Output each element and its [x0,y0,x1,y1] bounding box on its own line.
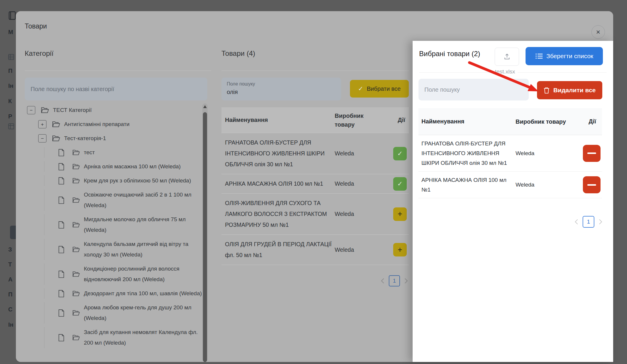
folder-open-icon [73,178,80,184]
table-row: ГРАНАТОВА ОЛІЯ-БУСТЕР ДЛЯ ІНТЕНСИВНОГО Ж… [418,135,602,172]
folder-open-icon [41,107,49,113]
column-actions: Дії [382,117,409,123]
sidebar-item-a: А [8,276,12,283]
tree-item[interactable]: Арома любов крем-гель для душу 200 мл (W… [44,302,203,323]
folder-open-icon [73,222,80,228]
product-name: ОЛІЯ-ЖИВЛЕННЯ ДЛЯ СУХОГО ТА ЛАМКОГО ВОЛО… [221,194,335,234]
product-name: АРНІКА МАСАЖНА ОЛІЯ 100 мл №1 [418,172,516,198]
product-name: ГРАНАТОВА ОЛІЯ-БУСТЕР ДЛЯ ІНТЕНСИВНОГО Ж… [418,135,516,171]
collapse-icon[interactable]: − [27,106,35,114]
tree-item-label: Дезодорант для тіла 100 мл, шавлія (Wele… [84,288,202,299]
select-all-button[interactable]: ✓ Вибрати все [350,80,409,98]
tree-item[interactable]: − ТЕСТ Категорії [25,105,203,115]
document-icon [58,197,64,204]
column-name: Найменування [418,113,516,130]
column-manufacturer: Виробник товару [516,117,576,126]
tree-item[interactable]: Кондиціонер рослинний для волосся віднов… [44,264,203,285]
table-row: АРНІКА МАСАЖНА ОЛІЯ 100 мл №1 Weleda ✓ [221,174,409,193]
tree-item[interactable]: тест [44,147,203,158]
column-actions: Дії [576,118,602,125]
categories-heading: Категорії [25,49,54,58]
save-list-button[interactable]: Зберегти список [526,47,603,65]
prev-page-icon[interactable] [381,278,385,284]
tree-item[interactable]: Арніка олія масажна 100 мл (Weleda) [44,161,203,172]
document-icon [58,149,64,156]
tree-item[interactable]: Дезодорант для тіла 100 мл, шавлія (Wele… [44,288,203,299]
sidebar-item-p2: П [8,291,12,298]
folder-open-icon [52,121,60,128]
product-manufacturer: Weleda [335,211,382,217]
select-all-label: Вибрати все [367,85,401,92]
tree-item[interactable]: + Антигістамінні препарати [25,119,203,130]
category-search-input[interactable] [25,78,207,100]
folder-open-icon [73,150,80,155]
divider [221,71,409,71]
next-page-icon[interactable] [404,278,408,284]
export-button[interactable] [495,48,519,66]
add-product-button[interactable]: + [393,207,407,221]
tree-item[interactable]: Календула бальзам дитячий від вітру та х… [44,239,203,260]
page-number[interactable]: 1 [389,275,400,286]
page-number[interactable]: 1 [583,216,594,228]
tree-item-label: Антигістамінні препарати [64,119,129,130]
tree-item[interactable]: Засіб для купання немовлят Календула фл.… [44,327,203,348]
sidebar-item-in2: Ін [8,321,14,328]
tree-item[interactable]: Крем для рук з обліпихою 50 мл (Weleda) [44,175,203,186]
prev-page-icon[interactable] [574,219,578,225]
tree-item[interactable]: − Тест-категорія-1 [25,133,203,144]
plus-icon: + [398,245,402,254]
next-page-icon[interactable] [598,219,603,225]
sidebar-active-block [10,226,16,239]
added-check-button[interactable]: ✓ [393,177,407,191]
table-row: ОЛІЯ ДЛЯ ГРУДЕЙ В ПЕРІОД ЛАКТАЦІЇ фл. 50… [221,234,409,265]
tree-item-label: Тест-категорія-1 [64,133,106,144]
delete-all-button[interactable]: Видалити все [537,81,602,99]
selected-products-heading: Вибрані товари (2) [419,50,480,58]
minus-icon [587,184,596,186]
search-value: олія [227,89,238,95]
sidebar-item-in: Ін [8,83,14,89]
table-row: АРНІКА МАСАЖНА ОЛІЯ 100 мл №1 Weleda [418,172,602,198]
tree-item-label: Календула бальзам дитячий від вітру та х… [84,239,203,260]
selected-table: Найменування Виробник товару Дії ГРАНАТО… [418,108,602,198]
close-icon: ✕ [596,29,601,36]
close-button[interactable]: ✕ [591,25,605,39]
modal-title: Товари [25,22,47,30]
products-pagination: 1 [381,275,408,286]
scroll-up-arrow-icon[interactable] [203,105,207,108]
folder-open-icon [73,271,80,277]
table-row: ГРАНАТОВА ОЛІЯ-БУСТЕР ДЛЯ ІНТЕНСИВНОГО Ж… [221,133,409,174]
document-icon [58,246,64,253]
category-tree: − ТЕСТ Категорії + Антигістамінні препар… [25,105,203,348]
table-row: ОЛІЯ-ЖИВЛЕННЯ ДЛЯ СУХОГО ТА ЛАМКОГО ВОЛО… [221,193,409,234]
list-icon [535,53,543,59]
column-name: Найменування [221,110,335,130]
collapse-icon[interactable]: − [38,134,46,142]
sidebar-item-m: М [8,29,13,36]
tree-item[interactable]: Мигдальне молочко для обличчя 75 мл (Wel… [44,214,203,235]
column-manufacturer: Виробник товару [335,111,382,129]
add-product-button[interactable]: + [393,243,407,256]
product-search-input[interactable]: Поле пошуку олія [221,78,341,100]
product-manufacturer: Weleda [335,150,382,157]
tree-item[interactable]: Освіжаюче очищаючий засіб 2 в 1 100 мл (… [44,189,203,211]
product-manufacturer: Weleda [516,182,576,188]
save-list-label: Зберегти список [546,53,593,60]
product-manufacturer: Weleda [335,246,382,253]
product-name: ОЛІЯ ДЛЯ ГРУДЕЙ В ПЕРІОД ЛАКТАЦІЇ фл. 50… [221,235,335,265]
tree-item-label: Мигдальне молочко для обличчя 75 мл (Wel… [84,214,203,235]
minus-icon [587,152,596,154]
selected-search-input[interactable] [418,79,529,100]
tree-item-label: Засіб для купання немовлят Календула фл.… [84,327,203,348]
product-manufacturer: Weleda [516,150,576,157]
remove-product-button[interactable] [583,145,601,162]
remove-product-button[interactable] [583,176,601,193]
tree-scrollbar-thumb[interactable] [203,112,207,362]
screen: М П Ін К Р З Т А П С Ін Товари ✕ Категор… [0,0,627,364]
folder-open-icon [73,335,80,340]
document-icon [58,309,64,317]
added-check-button[interactable]: ✓ [393,147,407,160]
folder-open-icon [73,291,80,296]
expand-icon[interactable]: + [38,120,46,128]
trash-icon [543,87,550,94]
